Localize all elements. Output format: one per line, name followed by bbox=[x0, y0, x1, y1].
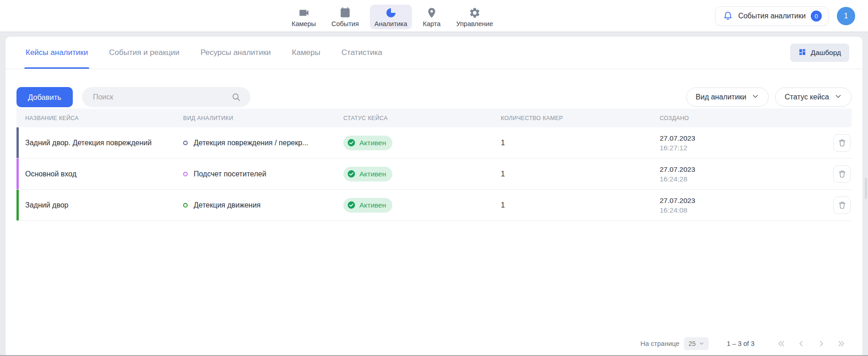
analytics-type-label: Детекция повреждения / перекр... bbox=[194, 139, 308, 147]
per-page-label: На странице bbox=[640, 340, 679, 347]
status-badge: Активен bbox=[343, 136, 392, 150]
search-field bbox=[82, 87, 250, 107]
analytics-type-filter[interactable]: Вид аналитики bbox=[686, 88, 769, 107]
trash-icon bbox=[838, 201, 846, 209]
tabs-row: Кейсы аналитики События и реакции Ресурс… bbox=[5, 37, 863, 69]
dashboard-button-label: Дашборд bbox=[811, 49, 841, 57]
analytics-cases-panel: Кейсы аналитики События и реакции Ресурс… bbox=[5, 37, 863, 355]
status-label: Активен bbox=[359, 170, 386, 178]
app-window: Камеры События Аналитика Карта bbox=[0, 0, 868, 356]
table-body: Задний двор. Детекция повреждений Детекц… bbox=[16, 127, 852, 221]
last-page-button[interactable] bbox=[837, 339, 846, 348]
add-case-button[interactable]: Добавить bbox=[16, 87, 73, 107]
search-input[interactable] bbox=[82, 87, 250, 107]
toolbar: Добавить Вид аналитики Статус кейса bbox=[5, 87, 863, 107]
pagination-controls bbox=[776, 339, 846, 348]
tab-cameras[interactable]: Камеры bbox=[292, 37, 320, 69]
nav-label: Карта bbox=[423, 20, 441, 27]
row-accent-bar bbox=[16, 159, 19, 189]
topbar-right-group: События аналитики 0 1 bbox=[715, 6, 855, 26]
table-row[interactable]: Задний двор Детекция движения Активен 1 … bbox=[16, 190, 852, 221]
camera-count: 1 bbox=[501, 139, 660, 147]
created-date: 27.07.2023 bbox=[660, 133, 826, 143]
analytics-type-icon bbox=[183, 141, 188, 145]
events-count-badge: 0 bbox=[811, 11, 822, 22]
previous-page-button[interactable] bbox=[797, 339, 806, 348]
row-accent-bar bbox=[16, 127, 19, 158]
nav-label: События bbox=[331, 20, 359, 27]
column-header-camera-count: КОЛИЧЕСТВО КАМЕР bbox=[501, 115, 660, 121]
page-range-label: 1 – 3 of 3 bbox=[727, 340, 754, 347]
camera-count: 1 bbox=[501, 170, 660, 178]
video-camera-icon bbox=[298, 7, 309, 19]
search-icon bbox=[231, 92, 241, 104]
tab-events-reactions[interactable]: События и реакции bbox=[109, 37, 179, 69]
created-date: 27.07.2023 bbox=[660, 164, 826, 174]
column-header-created: СОЗДАНО bbox=[660, 115, 826, 121]
pagination-bar: На странице 25 1 – 3 of 3 bbox=[16, 337, 846, 351]
scrollbar-thumb[interactable] bbox=[865, 178, 867, 199]
analytics-events-button[interactable]: События аналитики 0 bbox=[715, 6, 829, 26]
column-header-analytics-type: ВИД АНАЛИТИКИ bbox=[183, 115, 343, 121]
next-page-button[interactable] bbox=[817, 339, 826, 348]
analytics-type-label: Подсчет посетителей bbox=[194, 170, 266, 178]
filter-label: Статус кейса bbox=[785, 93, 829, 101]
delete-case-button[interactable] bbox=[833, 165, 851, 183]
trash-icon bbox=[838, 170, 846, 178]
map-pin-icon bbox=[426, 7, 438, 19]
nav-item-cameras[interactable]: Камеры bbox=[287, 5, 320, 29]
created-cell: 27.07.2023 16:24:28 bbox=[660, 164, 826, 184]
first-page-button[interactable] bbox=[776, 339, 786, 348]
case-name: Основной вход bbox=[16, 170, 183, 178]
status-label: Активен bbox=[359, 139, 386, 147]
nav-item-map[interactable]: Карта bbox=[418, 5, 445, 29]
nav-label: Аналитика bbox=[374, 20, 407, 27]
analytics-type-icon bbox=[183, 172, 188, 176]
pie-chart-icon bbox=[385, 7, 397, 19]
table-header-row: НАЗВАНИЕ КЕЙСА ВИД АНАЛИТИКИ СТАТУС КЕЙС… bbox=[16, 109, 852, 127]
camera-count: 1 bbox=[501, 201, 660, 209]
status-badge: Активен bbox=[343, 198, 392, 213]
per-page-value: 25 bbox=[689, 340, 696, 347]
events-button-label: События аналитики bbox=[738, 12, 806, 20]
column-header-case-name: НАЗВАНИЕ КЕЙСА bbox=[16, 115, 183, 121]
nav-label: Управление bbox=[456, 20, 493, 27]
bell-icon bbox=[723, 11, 733, 22]
per-page-select[interactable]: 25 bbox=[684, 337, 709, 350]
nav-label: Камеры bbox=[292, 20, 316, 27]
analytics-type-label: Детекция движения bbox=[194, 201, 260, 209]
status-badge: Активен bbox=[343, 167, 392, 181]
dashboard-button[interactable]: Дашборд bbox=[790, 44, 849, 62]
delete-case-button[interactable] bbox=[833, 197, 851, 214]
delete-case-button[interactable] bbox=[833, 134, 851, 152]
case-name: Задний двор bbox=[16, 201, 183, 209]
check-circle-icon bbox=[347, 170, 356, 178]
case-status-filter[interactable]: Статус кейса bbox=[775, 88, 852, 107]
created-time: 16:27:12 bbox=[660, 143, 826, 153]
case-name: Задний двор. Детекция повреждений bbox=[16, 139, 183, 147]
check-circle-icon bbox=[347, 138, 356, 147]
analytics-type-icon bbox=[183, 203, 188, 208]
dashboard-grid-icon bbox=[798, 48, 806, 58]
tab-analytics-cases[interactable]: Кейсы аналитики bbox=[26, 37, 88, 69]
created-time: 16:24:08 bbox=[660, 205, 826, 215]
user-avatar[interactable]: 1 bbox=[837, 7, 855, 25]
check-circle-icon bbox=[347, 201, 356, 209]
chevron-down-icon bbox=[752, 93, 759, 102]
top-navigation-bar: Камеры События Аналитика Карта bbox=[0, 0, 868, 32]
main-nav: Камеры События Аналитика Карта bbox=[287, 5, 498, 29]
tab-analytics-resources[interactable]: Ресурсы аналитики bbox=[201, 37, 271, 69]
created-cell: 27.07.2023 16:24:08 bbox=[660, 196, 826, 215]
table-row[interactable]: Основной вход Подсчет посетителей Активе… bbox=[16, 159, 852, 190]
table-row[interactable]: Задний двор. Детекция повреждений Детекц… bbox=[16, 127, 852, 159]
created-date: 27.07.2023 bbox=[660, 196, 826, 205]
chevron-down-icon bbox=[835, 93, 842, 102]
tab-statistics[interactable]: Статистика bbox=[342, 37, 382, 69]
nav-item-events[interactable]: События bbox=[327, 5, 363, 29]
nav-item-management[interactable]: Управление bbox=[451, 5, 498, 29]
calendar-check-icon bbox=[339, 7, 351, 19]
nav-item-analytics[interactable]: Аналитика bbox=[370, 5, 412, 29]
gear-icon bbox=[469, 7, 481, 19]
cases-table: НАЗВАНИЕ КЕЙСА ВИД АНАЛИТИКИ СТАТУС КЕЙС… bbox=[16, 109, 852, 221]
row-accent-bar bbox=[16, 190, 19, 220]
